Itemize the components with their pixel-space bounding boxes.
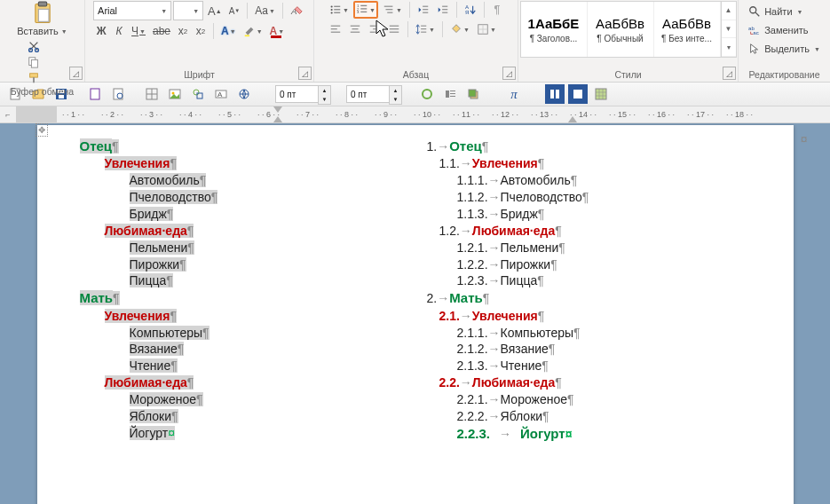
svg-rect-82 — [573, 90, 582, 98]
table-icon[interactable] — [142, 84, 162, 104]
underline-button[interactable]: Ч▼ — [129, 22, 148, 40]
styles-dialog-launcher[interactable]: ◿ — [723, 67, 736, 80]
find-button[interactable]: Найти▼ — [745, 3, 824, 20]
change-case-button[interactable]: Aa▼ — [252, 2, 278, 20]
replace-button[interactable]: abacЗаменить — [745, 21, 824, 39]
cut-button[interactable] — [25, 38, 43, 54]
svg-rect-30 — [442, 9, 447, 10]
svg-point-13 — [331, 9, 333, 11]
indent-right[interactable] — [568, 116, 577, 122]
svg-rect-83 — [596, 89, 606, 99]
picture-icon[interactable] — [165, 84, 185, 104]
paste-button[interactable]: Вставить▼ — [23, 1, 62, 36]
svg-rect-12 — [334, 6, 340, 7]
line-spacing-button[interactable]: ▼ — [413, 20, 438, 38]
svg-rect-28 — [423, 12, 428, 13]
group-font: Arial▼ ▼ A▲ A▼ Aa▼ A Ж К Ч▼ abe x2 x2 A▼… — [85, 0, 314, 82]
decrease-indent-button[interactable] — [415, 1, 432, 19]
svg-rect-10 — [244, 35, 249, 36]
spacing-after-box[interactable]: 0 пт▲▼ — [346, 85, 391, 103]
view-mode1-icon[interactable] — [545, 84, 565, 104]
borders-button[interactable]: ▼ — [474, 20, 499, 38]
text-effects-button[interactable]: A▼ — [218, 22, 239, 40]
style-item-heading[interactable]: 1АаБбЕ ¶ Заголов... — [521, 2, 588, 57]
svg-rect-42 — [370, 32, 380, 33]
align-center-button[interactable] — [346, 20, 364, 38]
spacing-before-box[interactable]: 0 пт▲▼ — [275, 85, 320, 103]
bullets-button[interactable]: ▼ — [327, 1, 352, 19]
subscript-button[interactable]: x2 — [175, 22, 191, 40]
gridlines-icon[interactable] — [591, 84, 611, 104]
multilevel-list-button[interactable]: ▼ — [380, 1, 405, 19]
numbering-button[interactable]: 123▼ — [353, 1, 378, 19]
svg-rect-44 — [390, 28, 399, 29]
equation-icon[interactable]: π — [504, 84, 524, 104]
svg-rect-35 — [331, 28, 337, 29]
superscript-button[interactable]: x2 — [193, 22, 209, 40]
svg-rect-6 — [31, 59, 37, 67]
format-painter-button[interactable] — [25, 70, 43, 86]
align-left-button[interactable] — [327, 20, 344, 38]
textbox-icon[interactable]: A — [211, 84, 231, 104]
svg-rect-79 — [469, 90, 476, 97]
clear-formatting-button[interactable]: A — [288, 2, 305, 20]
shapes-icon[interactable] — [188, 84, 208, 104]
select-button[interactable]: Выделить▼ — [745, 40, 824, 58]
clipboard-dialog-launcher[interactable]: ◿ — [69, 67, 83, 80]
bring-forward-icon[interactable] — [463, 84, 483, 104]
svg-rect-7 — [29, 74, 37, 77]
svg-rect-77 — [450, 96, 455, 97]
horizontal-ruler[interactable]: ⌐ · · 1 · ·· · 2 · ·· · 3 · ·· · 4 · ·· … — [0, 106, 830, 123]
strikethrough-button[interactable]: abe — [150, 22, 173, 40]
svg-rect-8 — [33, 77, 35, 83]
paste-label: Вставить — [17, 26, 59, 36]
circle-green-icon[interactable] — [417, 84, 437, 104]
svg-rect-24 — [385, 9, 392, 10]
style-item-nospacing[interactable]: АаБбВв ¶ Без инте... — [654, 2, 721, 57]
font-name-box[interactable]: Arial▼ — [93, 1, 171, 20]
svg-rect-75 — [450, 91, 455, 91]
font-dialog-launcher[interactable]: ◿ — [298, 67, 312, 80]
italic-button[interactable]: К — [111, 22, 127, 40]
style-item-normal[interactable]: АаБбВв ¶ Обычный — [588, 2, 654, 57]
indent-hanging[interactable] — [273, 116, 282, 122]
svg-point-73 — [423, 90, 431, 98]
highlight-button[interactable]: ▼ — [241, 22, 265, 40]
styles-scroll-down[interactable]: ▼ — [722, 20, 736, 39]
svg-text:Я: Я — [465, 9, 469, 15]
indent-first-line[interactable] — [273, 106, 282, 113]
styles-scroll-more[interactable]: ▾ — [722, 38, 736, 57]
styles-gallery[interactable]: 1АаБбЕ ¶ Заголов... АаБбВв ¶ Обычный АаБ… — [520, 1, 737, 58]
page[interactable]: ✥ ¤ Отец¶Увлечения¶Автомобиль¶Пчеловодст… — [37, 125, 794, 504]
svg-point-52 — [750, 7, 756, 13]
grow-font-button[interactable]: A▲ — [205, 2, 225, 20]
font-color-button[interactable]: A▼ — [267, 22, 288, 40]
shrink-font-button[interactable]: A▼ — [226, 2, 243, 20]
group-clipboard: Вставить▼ Буфер обмена ◿ — [0, 0, 85, 82]
paragraph-dialog-launcher[interactable]: ◿ — [502, 67, 516, 80]
align-right-button[interactable] — [366, 20, 383, 38]
hyperlink-icon[interactable] — [234, 84, 254, 104]
show-paragraph-marks-button[interactable]: ¶ — [489, 1, 505, 19]
copy-button[interactable] — [25, 54, 43, 70]
group-styles: 1АаБбЕ ¶ Заголов... АаБбВв ¶ Обычный АаБ… — [518, 0, 739, 82]
preview-icon[interactable] — [108, 84, 128, 104]
increase-indent-button[interactable] — [434, 1, 452, 19]
page-setup-icon[interactable] — [85, 84, 105, 104]
group-clipboard-label: Буфер обмена — [4, 86, 81, 97]
ruler-corner[interactable]: ⌐ — [0, 106, 17, 122]
document-area[interactable]: ✥ ¤ Отец¶Увлечения¶Автомобиль¶Пчеловодст… — [0, 123, 830, 504]
svg-rect-43 — [390, 26, 399, 27]
sort-button[interactable]: AЯ — [462, 1, 479, 19]
bold-button[interactable]: Ж — [93, 22, 109, 40]
svg-text:A: A — [217, 91, 223, 98]
font-size-box[interactable]: ▼ — [173, 1, 203, 20]
group-paragraph: ▼ 123▼ ▼ AЯ ¶ ▼ ▼ ▼ — [314, 0, 518, 82]
view-mode2-icon[interactable] — [568, 84, 588, 104]
justify-button[interactable] — [385, 20, 403, 38]
wrap-icon[interactable] — [440, 84, 460, 104]
table-anchor-icon[interactable]: ✥ — [36, 123, 48, 137]
svg-rect-16 — [334, 12, 340, 13]
shading-button[interactable]: ▼ — [447, 20, 472, 38]
styles-scroll-up[interactable]: ▲ — [722, 2, 736, 20]
